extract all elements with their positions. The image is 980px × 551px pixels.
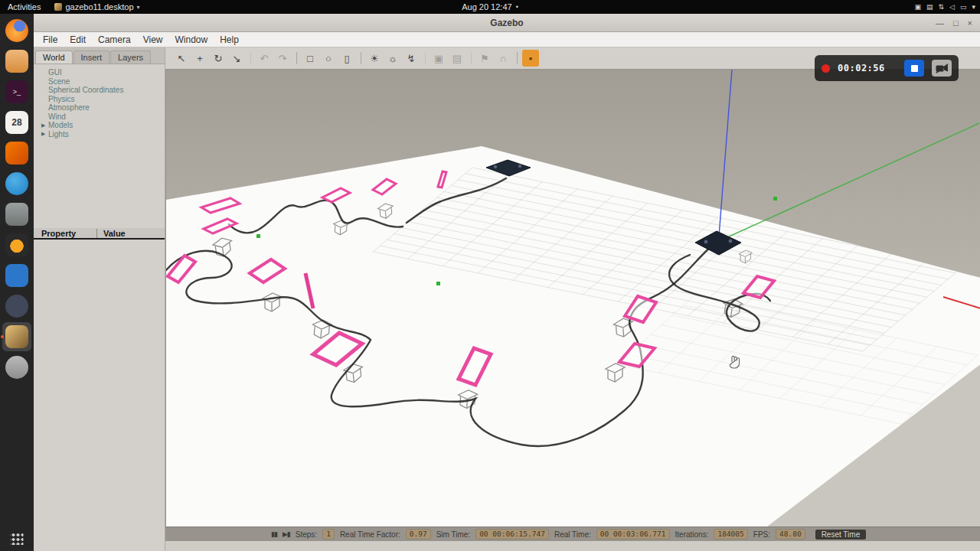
tree-item[interactable]: ▶ Models (41, 121, 165, 130)
tree-item-label: Atmosphere (48, 103, 90, 112)
tab-layers[interactable]: Layers (110, 51, 151, 64)
reset-time-button[interactable]: Reset Time (815, 530, 867, 540)
tab-insert[interactable]: Insert (74, 51, 110, 64)
focused-app-menu[interactable]: gazebo11.desktop ▾ (48, 2, 145, 11)
vscode-icon[interactable] (2, 261, 31, 290)
directional-light-icon[interactable]: ↯ (403, 50, 420, 67)
sphere-shape-icon[interactable]: ○ (320, 50, 337, 67)
activities-button[interactable]: Activities (0, 2, 48, 11)
maximize-button[interactable]: □ (953, 18, 959, 28)
telegram-icon[interactable] (2, 169, 31, 198)
chevron-down-icon: ▾ (137, 4, 140, 11)
spot-light-icon[interactable]: ☼ (384, 50, 401, 67)
tree-item-label: Scene (48, 77, 70, 86)
tree-item[interactable]: Physics (41, 95, 165, 104)
discord-icon[interactable] (2, 292, 31, 321)
panel-tabs: WorldInsertLayers (34, 47, 165, 64)
screenshot-tool-icon[interactable] (2, 200, 31, 229)
tab-world[interactable]: World (35, 51, 73, 64)
tree-item[interactable]: GUI (41, 68, 165, 77)
simulation-status-bar: ▮▮ ▶▮ Steps: 1 Real Time Factor: 0.97 Si… (165, 527, 980, 541)
sim-time-value: 00 00:06:15.747 (475, 529, 549, 540)
window-controls: —□× (936, 14, 972, 32)
notification-dot: • (516, 3, 518, 11)
screen-record-indicator-icon[interactable]: ▣ (914, 3, 921, 11)
tree-item[interactable]: Scene (41, 77, 165, 86)
scale-tool-icon[interactable]: ↘ (228, 50, 245, 67)
rtf-value: 0.97 (406, 529, 431, 540)
value-column-header: Value (96, 229, 165, 238)
sim-time-label: Sim Time: (436, 530, 470, 539)
expand-arrow-icon[interactable]: ▶ (41, 122, 48, 129)
copy-icon[interactable]: ▣ (430, 50, 447, 67)
title-bar[interactable]: Gazebo —□× (34, 14, 980, 32)
world-panel: WorldInsertLayers GUI Scene S (34, 47, 165, 551)
gazebo-icon[interactable] (2, 322, 31, 351)
menu-item[interactable]: Help (214, 34, 245, 45)
tree-item[interactable]: ▶ Lights (41, 130, 165, 139)
close-button[interactable]: × (968, 18, 972, 28)
rotate-tool-icon[interactable]: ↻ (210, 50, 227, 67)
dock: >_ 28 (0, 14, 34, 551)
volume-icon[interactable]: ◁ (949, 3, 955, 11)
files-icon[interactable] (2, 47, 31, 76)
real-time-label: Real Time: (554, 530, 591, 539)
redo-icon[interactable]: ↷ (274, 50, 291, 67)
rhythmbox-icon[interactable] (2, 139, 31, 168)
point-light-icon[interactable]: ☀ (366, 50, 383, 67)
stop-recording-button[interactable] (904, 60, 924, 77)
cylinder-shape-icon[interactable]: ▯ (338, 50, 355, 67)
align-icon[interactable]: ⚑ (476, 50, 493, 67)
menu-item[interactable]: Window (169, 34, 214, 45)
steps-label: Steps: (296, 530, 317, 539)
step-button[interactable]: ▶▮ (283, 530, 290, 538)
camera-indicator-icon[interactable]: ▤ (926, 3, 933, 11)
show-applications-icon[interactable] (11, 532, 24, 545)
clock-text: Aug 20 12:47 (462, 2, 511, 11)
battery-icon[interactable]: ▭ (960, 3, 967, 11)
main-area: ↖+↻↘↶↷□○▯☀☼↯▣▤⚑∩▪ (165, 47, 980, 551)
tree-item[interactable]: Spherical Coordinates (41, 86, 165, 95)
pause-button[interactable]: ▮▮ (271, 530, 277, 538)
undo-icon[interactable]: ↶ (256, 50, 273, 67)
utility-icon[interactable] (2, 353, 31, 382)
tree-item[interactable]: Wind (41, 112, 165, 122)
camera-off-button[interactable] (932, 60, 952, 77)
paste-icon[interactable]: ▤ (449, 50, 466, 67)
chevron-down-icon[interactable]: ▾ (972, 3, 975, 11)
terminal-icon[interactable]: >_ (2, 77, 31, 106)
menu-item[interactable]: Edit (64, 34, 92, 45)
firefox-icon[interactable] (2, 16, 31, 45)
fps-label: FPS: (753, 530, 770, 539)
calendar-icon[interactable]: 28 (2, 108, 31, 137)
desktop: Activities gazebo11.desktop ▾ Aug 20 12:… (0, 0, 980, 551)
menu-item[interactable]: File (37, 34, 64, 45)
select-tool-icon[interactable]: ↖ (173, 50, 190, 67)
minimize-button[interactable]: — (936, 18, 944, 28)
menu-item[interactable]: Camera (92, 34, 137, 45)
snap-icon[interactable]: ∩ (495, 50, 511, 67)
recording-time: 00:02:56 (838, 63, 897, 73)
focused-app-name: gazebo11.desktop (65, 2, 133, 11)
tree-item-label: GUI (48, 68, 62, 77)
clock[interactable]: Aug 20 12:47 • (462, 2, 518, 11)
expand-arrow-icon[interactable]: ▶ (41, 131, 48, 137)
rtf-label: Real Time Factor: (340, 530, 400, 539)
fps-value: 48.80 (776, 529, 805, 540)
record-icon[interactable]: ▪ (522, 50, 539, 67)
iterations-label: Iterations: (675, 530, 709, 539)
tree-item-label: Physics (48, 95, 74, 103)
tree-item[interactable]: Atmosphere (41, 103, 165, 112)
recording-dot (822, 64, 830, 73)
network-arrows-icon[interactable]: ⇅ (938, 3, 944, 11)
translate-tool-icon[interactable]: + (191, 50, 208, 67)
camera-off-icon (936, 64, 949, 73)
system-tray[interactable]: ▣▤⇅◁▭▾ (914, 3, 975, 11)
stop-icon (911, 65, 918, 72)
blender-icon[interactable] (2, 230, 31, 259)
steps-value[interactable]: 1 (322, 529, 335, 540)
menu-item[interactable]: View (137, 34, 169, 45)
viewport-3d[interactable] (165, 69, 980, 527)
box-shape-icon[interactable]: □ (302, 50, 318, 67)
property-column-header: Property (34, 229, 96, 238)
